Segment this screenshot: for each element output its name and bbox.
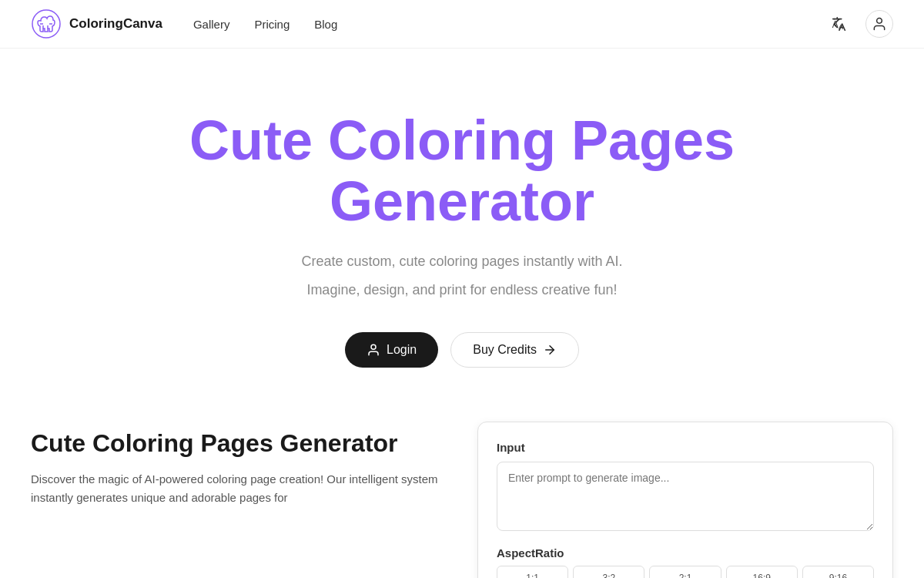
aspect-btn-9-16[interactable]: 9:16: [802, 566, 874, 578]
hero-buttons: Login Buy Credits: [345, 332, 579, 368]
bottom-title: Cute Coloring Pages Generator: [31, 429, 447, 458]
buy-credits-label: Buy Credits: [473, 343, 537, 357]
input-card: Input AspectRatio 1:1 3:2 2:1 16:9 9:16: [477, 422, 893, 578]
aspect-ratio-row: 1:1 3:2 2:1 16:9 9:16: [497, 566, 874, 578]
navbar: ColoringCanva Gallery Pricing Blog A A: [0, 0, 924, 49]
hero-subtitle2: Imagine, design, and print for endless c…: [306, 279, 617, 301]
aspect-btn-2-1[interactable]: 2:1: [649, 566, 721, 578]
aspect-btn-1-1[interactable]: 1:1: [497, 566, 568, 578]
svg-point-9: [371, 344, 376, 349]
svg-point-8: [877, 18, 882, 24]
prompt-textarea[interactable]: [497, 462, 874, 531]
bottom-section: Cute Coloring Pages Generator Discover t…: [0, 422, 924, 578]
bottom-left: Cute Coloring Pages Generator Discover t…: [31, 422, 447, 507]
login-user-icon: [367, 343, 380, 357]
logo-icon: [31, 8, 62, 39]
aspect-btn-16-9[interactable]: 16:9: [726, 566, 798, 578]
bottom-description: Discover the magic of AI-powered colorin…: [31, 470, 447, 507]
svg-text:A: A: [832, 19, 839, 30]
user-button[interactable]: [865, 10, 893, 38]
login-button-label: Login: [387, 343, 417, 357]
nav-link-pricing[interactable]: Pricing: [254, 18, 290, 31]
buy-credits-button[interactable]: Buy Credits: [450, 332, 579, 368]
bottom-right: Input AspectRatio 1:1 3:2 2:1 16:9 9:16: [477, 422, 893, 578]
hero-section: Cute Coloring Pages Generator Create cus…: [0, 49, 924, 414]
navbar-left: ColoringCanva Gallery Pricing Blog: [31, 8, 337, 39]
navbar-right: A A: [825, 10, 893, 38]
logo[interactable]: ColoringCanva: [31, 8, 162, 39]
nav-link-gallery[interactable]: Gallery: [193, 18, 230, 31]
user-icon: [872, 16, 887, 32]
logo-text: ColoringCanva: [69, 16, 162, 32]
aspect-ratio-label: AspectRatio: [497, 546, 874, 560]
hero-subtitle1: Create custom, cute coloring pages insta…: [301, 250, 622, 273]
nav-links: Gallery Pricing Blog: [193, 18, 337, 31]
arrow-right-icon: [543, 343, 557, 357]
login-button[interactable]: Login: [345, 332, 438, 368]
hero-title: Cute Coloring Pages Generator: [116, 110, 808, 232]
input-label: Input: [497, 441, 874, 454]
translate-button[interactable]: A A: [825, 10, 853, 38]
translate-icon-detail: A A: [831, 15, 848, 32]
svg-point-0: [32, 10, 60, 38]
nav-link-blog[interactable]: Blog: [314, 18, 337, 31]
svg-text:A: A: [839, 23, 844, 31]
aspect-btn-3-2[interactable]: 3:2: [573, 566, 644, 578]
